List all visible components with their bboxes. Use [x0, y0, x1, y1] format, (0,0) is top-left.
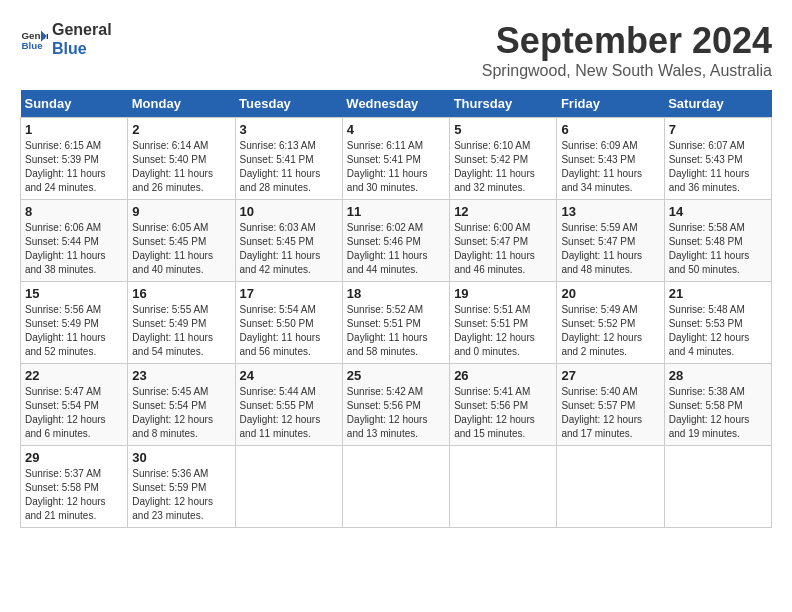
day-detail: Sunrise: 6:09 AM Sunset: 5:43 PM Dayligh… [561, 139, 659, 195]
calendar-week-row: 1Sunrise: 6:15 AM Sunset: 5:39 PM Daylig… [21, 118, 772, 200]
calendar-day-cell: 24Sunrise: 5:44 AM Sunset: 5:55 PM Dayli… [235, 364, 342, 446]
calendar-day-cell: 20Sunrise: 5:49 AM Sunset: 5:52 PM Dayli… [557, 282, 664, 364]
day-detail: Sunrise: 5:47 AM Sunset: 5:54 PM Dayligh… [25, 385, 123, 441]
day-detail: Sunrise: 6:05 AM Sunset: 5:45 PM Dayligh… [132, 221, 230, 277]
calendar-day-cell: 17Sunrise: 5:54 AM Sunset: 5:50 PM Dayli… [235, 282, 342, 364]
day-number: 24 [240, 368, 338, 383]
day-detail: Sunrise: 6:15 AM Sunset: 5:39 PM Dayligh… [25, 139, 123, 195]
day-number: 26 [454, 368, 552, 383]
calendar-day-cell [664, 446, 771, 528]
calendar-day-cell: 25Sunrise: 5:42 AM Sunset: 5:56 PM Dayli… [342, 364, 449, 446]
day-number: 22 [25, 368, 123, 383]
day-detail: Sunrise: 5:45 AM Sunset: 5:54 PM Dayligh… [132, 385, 230, 441]
day-detail: Sunrise: 5:48 AM Sunset: 5:53 PM Dayligh… [669, 303, 767, 359]
calendar-day-cell: 15Sunrise: 5:56 AM Sunset: 5:49 PM Dayli… [21, 282, 128, 364]
calendar-day-cell: 5Sunrise: 6:10 AM Sunset: 5:42 PM Daylig… [450, 118, 557, 200]
calendar-day-cell: 26Sunrise: 5:41 AM Sunset: 5:56 PM Dayli… [450, 364, 557, 446]
calendar-week-row: 22Sunrise: 5:47 AM Sunset: 5:54 PM Dayli… [21, 364, 772, 446]
day-detail: Sunrise: 5:54 AM Sunset: 5:50 PM Dayligh… [240, 303, 338, 359]
calendar-day-cell: 2Sunrise: 6:14 AM Sunset: 5:40 PM Daylig… [128, 118, 235, 200]
day-number: 4 [347, 122, 445, 137]
day-number: 23 [132, 368, 230, 383]
calendar-header-row: SundayMondayTuesdayWednesdayThursdayFrid… [21, 90, 772, 118]
calendar-day-cell: 7Sunrise: 6:07 AM Sunset: 5:43 PM Daylig… [664, 118, 771, 200]
calendar-day-cell: 1Sunrise: 6:15 AM Sunset: 5:39 PM Daylig… [21, 118, 128, 200]
day-number: 1 [25, 122, 123, 137]
day-number: 21 [669, 286, 767, 301]
day-number: 19 [454, 286, 552, 301]
calendar-day-cell: 22Sunrise: 5:47 AM Sunset: 5:54 PM Dayli… [21, 364, 128, 446]
day-number: 7 [669, 122, 767, 137]
day-detail: Sunrise: 5:59 AM Sunset: 5:47 PM Dayligh… [561, 221, 659, 277]
day-detail: Sunrise: 6:06 AM Sunset: 5:44 PM Dayligh… [25, 221, 123, 277]
calendar-day-cell [557, 446, 664, 528]
calendar-day-cell: 12Sunrise: 6:00 AM Sunset: 5:47 PM Dayli… [450, 200, 557, 282]
day-number: 28 [669, 368, 767, 383]
calendar-day-cell: 8Sunrise: 6:06 AM Sunset: 5:44 PM Daylig… [21, 200, 128, 282]
calendar-day-cell [342, 446, 449, 528]
day-detail: Sunrise: 6:00 AM Sunset: 5:47 PM Dayligh… [454, 221, 552, 277]
logo-text-blue: Blue [52, 39, 112, 58]
calendar-day-cell: 11Sunrise: 6:02 AM Sunset: 5:46 PM Dayli… [342, 200, 449, 282]
calendar-day-cell: 19Sunrise: 5:51 AM Sunset: 5:51 PM Dayli… [450, 282, 557, 364]
day-of-week-header: Saturday [664, 90, 771, 118]
day-of-week-header: Wednesday [342, 90, 449, 118]
day-number: 27 [561, 368, 659, 383]
day-number: 2 [132, 122, 230, 137]
calendar-day-cell: 3Sunrise: 6:13 AM Sunset: 5:41 PM Daylig… [235, 118, 342, 200]
day-number: 25 [347, 368, 445, 383]
calendar-day-cell: 10Sunrise: 6:03 AM Sunset: 5:45 PM Dayli… [235, 200, 342, 282]
day-number: 14 [669, 204, 767, 219]
day-detail: Sunrise: 6:13 AM Sunset: 5:41 PM Dayligh… [240, 139, 338, 195]
day-number: 20 [561, 286, 659, 301]
day-detail: Sunrise: 6:10 AM Sunset: 5:42 PM Dayligh… [454, 139, 552, 195]
day-number: 29 [25, 450, 123, 465]
calendar-day-cell: 16Sunrise: 5:55 AM Sunset: 5:49 PM Dayli… [128, 282, 235, 364]
day-number: 12 [454, 204, 552, 219]
calendar-table: SundayMondayTuesdayWednesdayThursdayFrid… [20, 90, 772, 528]
svg-text:Blue: Blue [21, 40, 43, 51]
calendar-day-cell: 30Sunrise: 5:36 AM Sunset: 5:59 PM Dayli… [128, 446, 235, 528]
day-detail: Sunrise: 5:44 AM Sunset: 5:55 PM Dayligh… [240, 385, 338, 441]
day-detail: Sunrise: 5:41 AM Sunset: 5:56 PM Dayligh… [454, 385, 552, 441]
calendar-day-cell: 18Sunrise: 5:52 AM Sunset: 5:51 PM Dayli… [342, 282, 449, 364]
day-number: 17 [240, 286, 338, 301]
day-detail: Sunrise: 6:07 AM Sunset: 5:43 PM Dayligh… [669, 139, 767, 195]
day-number: 16 [132, 286, 230, 301]
day-number: 5 [454, 122, 552, 137]
day-of-week-header: Tuesday [235, 90, 342, 118]
day-detail: Sunrise: 5:55 AM Sunset: 5:49 PM Dayligh… [132, 303, 230, 359]
day-number: 13 [561, 204, 659, 219]
day-detail: Sunrise: 5:42 AM Sunset: 5:56 PM Dayligh… [347, 385, 445, 441]
day-detail: Sunrise: 5:49 AM Sunset: 5:52 PM Dayligh… [561, 303, 659, 359]
calendar-day-cell: 9Sunrise: 6:05 AM Sunset: 5:45 PM Daylig… [128, 200, 235, 282]
calendar-day-cell: 21Sunrise: 5:48 AM Sunset: 5:53 PM Dayli… [664, 282, 771, 364]
month-title: September 2024 [482, 20, 772, 62]
day-number: 8 [25, 204, 123, 219]
calendar-week-row: 15Sunrise: 5:56 AM Sunset: 5:49 PM Dayli… [21, 282, 772, 364]
logo-text-general: General [52, 20, 112, 39]
day-of-week-header: Sunday [21, 90, 128, 118]
day-detail: Sunrise: 6:11 AM Sunset: 5:41 PM Dayligh… [347, 139, 445, 195]
logo: General Blue General Blue [20, 20, 112, 58]
location-subtitle: Springwood, New South Wales, Australia [482, 62, 772, 80]
logo-icon: General Blue [20, 25, 48, 53]
day-number: 6 [561, 122, 659, 137]
title-area: September 2024 Springwood, New South Wal… [482, 20, 772, 80]
calendar-week-row: 29Sunrise: 5:37 AM Sunset: 5:58 PM Dayli… [21, 446, 772, 528]
calendar-day-cell: 14Sunrise: 5:58 AM Sunset: 5:48 PM Dayli… [664, 200, 771, 282]
day-number: 3 [240, 122, 338, 137]
day-detail: Sunrise: 6:14 AM Sunset: 5:40 PM Dayligh… [132, 139, 230, 195]
day-detail: Sunrise: 5:51 AM Sunset: 5:51 PM Dayligh… [454, 303, 552, 359]
day-detail: Sunrise: 5:36 AM Sunset: 5:59 PM Dayligh… [132, 467, 230, 523]
day-detail: Sunrise: 6:03 AM Sunset: 5:45 PM Dayligh… [240, 221, 338, 277]
day-number: 9 [132, 204, 230, 219]
calendar-day-cell: 23Sunrise: 5:45 AM Sunset: 5:54 PM Dayli… [128, 364, 235, 446]
calendar-week-row: 8Sunrise: 6:06 AM Sunset: 5:44 PM Daylig… [21, 200, 772, 282]
day-number: 18 [347, 286, 445, 301]
day-of-week-header: Monday [128, 90, 235, 118]
day-number: 15 [25, 286, 123, 301]
day-number: 11 [347, 204, 445, 219]
day-of-week-header: Thursday [450, 90, 557, 118]
calendar-day-cell: 6Sunrise: 6:09 AM Sunset: 5:43 PM Daylig… [557, 118, 664, 200]
